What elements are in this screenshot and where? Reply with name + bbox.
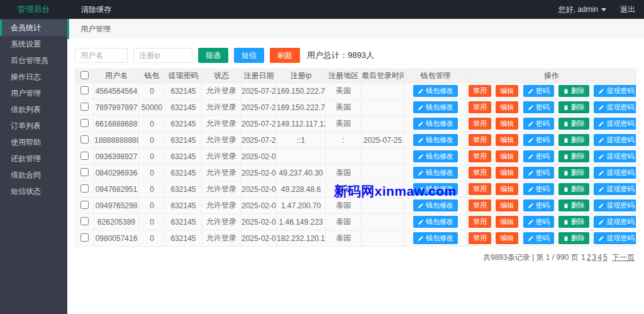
pencil-icon bbox=[598, 104, 604, 111]
password-button[interactable]: 密码 bbox=[523, 118, 554, 130]
password-button[interactable]: 密码 bbox=[523, 150, 554, 162]
password-button[interactable]: 密码 bbox=[523, 85, 554, 97]
pagination-page-link[interactable]: 5 bbox=[603, 253, 608, 262]
username-input[interactable] bbox=[75, 48, 128, 63]
disable-button[interactable]: 禁用 bbox=[469, 199, 491, 211]
edit-button[interactable]: 编辑 bbox=[496, 216, 518, 228]
sidebar-item-order-list[interactable]: 订单列表 bbox=[0, 118, 67, 134]
row-checkbox[interactable] bbox=[80, 184, 89, 193]
password-button[interactable]: 密码 bbox=[523, 167, 554, 179]
wallet-edit-button[interactable]: 钱包修改 bbox=[413, 167, 458, 179]
password-button[interactable]: 密码 bbox=[523, 134, 554, 146]
status-cell: 允许登录 bbox=[202, 99, 242, 116]
delete-button[interactable]: 删除 bbox=[558, 101, 589, 113]
edit-button[interactable]: 编辑 bbox=[496, 199, 518, 211]
wallet-edit-button[interactable]: 钱包修改 bbox=[413, 85, 458, 97]
delete-button[interactable]: 删除 bbox=[558, 183, 589, 195]
edit-button[interactable]: 编辑 bbox=[496, 101, 518, 113]
disable-button[interactable]: 禁用 bbox=[469, 134, 491, 146]
withdraw-password-button[interactable]: 提现密码 bbox=[594, 232, 636, 244]
disable-button[interactable]: 禁用 bbox=[469, 101, 491, 113]
delete-button[interactable]: 删除 bbox=[558, 199, 589, 211]
edit-button[interactable]: 编辑 bbox=[496, 232, 518, 244]
disable-button[interactable]: 禁用 bbox=[469, 232, 491, 244]
withdraw-password-button[interactable]: 提现密码 bbox=[594, 134, 636, 146]
wallet-edit-button[interactable]: 钱包修改 bbox=[413, 118, 458, 130]
row-checkbox[interactable] bbox=[80, 135, 89, 143]
disable-button[interactable]: 禁用 bbox=[469, 85, 491, 97]
sidebar-item-loan-contract[interactable]: 借款合同 bbox=[0, 167, 67, 183]
edit-button[interactable]: 编辑 bbox=[496, 167, 518, 179]
sidebar-item-repayment-management[interactable]: 还款管理 bbox=[0, 150, 67, 167]
edit-button[interactable]: 编辑 bbox=[496, 150, 518, 162]
disable-button[interactable]: 禁用 bbox=[469, 118, 491, 130]
password-button[interactable]: 密码 bbox=[523, 199, 554, 211]
wallet-edit-button[interactable]: 钱包修改 bbox=[413, 199, 458, 211]
select-all-checkbox[interactable] bbox=[80, 71, 89, 79]
edit-button[interactable]: 编辑 bbox=[496, 183, 518, 195]
pencil-icon bbox=[598, 235, 604, 242]
wallet-manage-cell: 钱包修改 bbox=[404, 165, 467, 181]
wallet-edit-button[interactable]: 钱包修改 bbox=[413, 216, 458, 228]
row-checkbox[interactable] bbox=[80, 168, 89, 176]
wallet-edit-button[interactable]: 钱包修改 bbox=[413, 232, 458, 244]
pagination-page-link[interactable]: 2 bbox=[587, 253, 591, 262]
sms-button[interactable]: 短信 bbox=[234, 48, 264, 63]
clear-cache-link[interactable]: 清除缓存 bbox=[81, 4, 111, 15]
refresh-button[interactable]: 刷新 bbox=[270, 48, 300, 63]
edit-button[interactable]: 编辑 bbox=[496, 118, 518, 130]
password-button[interactable]: 密码 bbox=[523, 232, 554, 244]
wallet-edit-button[interactable]: 钱包修改 bbox=[413, 183, 458, 195]
withdraw-password-button[interactable]: 提现密码 bbox=[594, 118, 636, 130]
sidebar-item-system-settings[interactable]: 系统设置 bbox=[0, 36, 67, 52]
edit-button[interactable]: 编辑 bbox=[496, 134, 518, 146]
sidebar-item-sms-status[interactable]: 短信状态 bbox=[0, 183, 67, 199]
register-ip-input[interactable] bbox=[133, 48, 192, 63]
row-checkbox[interactable] bbox=[80, 217, 89, 225]
disable-button[interactable]: 禁用 bbox=[469, 183, 491, 195]
withdraw-password-button[interactable]: 提现密码 bbox=[594, 216, 636, 228]
user-menu[interactable]: 您好, admin bbox=[558, 4, 606, 15]
pagination-next-link[interactable]: 下一页 bbox=[612, 253, 635, 262]
delete-button[interactable]: 删除 bbox=[558, 216, 589, 228]
sidebar-item-help[interactable]: 使用帮助 bbox=[0, 134, 67, 150]
wallet-edit-button[interactable]: 钱包修改 bbox=[413, 134, 458, 146]
pagination-page-link[interactable]: 3 bbox=[592, 253, 597, 262]
pagination-page-link[interactable]: 4 bbox=[597, 253, 602, 262]
password-button[interactable]: 密码 bbox=[523, 216, 554, 228]
delete-button[interactable]: 删除 bbox=[558, 118, 589, 130]
wallet-edit-button[interactable]: 钱包修改 bbox=[413, 150, 458, 162]
disable-button[interactable]: 禁用 bbox=[469, 150, 491, 162]
sidebar-item-user-management[interactable]: 用户管理 bbox=[0, 85, 67, 101]
row-checkbox[interactable] bbox=[80, 201, 89, 209]
disable-button[interactable]: 禁用 bbox=[469, 167, 491, 179]
withdraw-password-button[interactable]: 提现密码 bbox=[594, 183, 636, 195]
logout-link[interactable]: 退出 bbox=[620, 4, 635, 15]
withdraw-password-button[interactable]: 提现密码 bbox=[594, 199, 636, 211]
withdraw-password-button[interactable]: 提现密码 bbox=[594, 101, 636, 113]
password-button[interactable]: 密码 bbox=[523, 183, 554, 195]
sidebar-item-admin-managers[interactable]: 后台管理员 bbox=[0, 52, 67, 69]
edit-button[interactable]: 编辑 bbox=[496, 85, 518, 97]
delete-button[interactable]: 删除 bbox=[558, 167, 589, 179]
withdraw-password-button[interactable]: 提现密码 bbox=[594, 167, 636, 179]
withdraw-password-button[interactable]: 提现密码 bbox=[594, 150, 636, 162]
row-checkbox[interactable] bbox=[80, 233, 89, 242]
delete-button[interactable]: 删除 bbox=[558, 134, 589, 146]
sidebar-item-operation-logs[interactable]: 操作日志 bbox=[0, 69, 67, 85]
status-cell: 允许登录 bbox=[202, 181, 242, 198]
disable-button[interactable]: 禁用 bbox=[469, 216, 491, 228]
delete-button[interactable]: 删除 bbox=[558, 150, 589, 162]
delete-button[interactable]: 删除 bbox=[558, 85, 589, 97]
withdraw-password-button[interactable]: 提现密码 bbox=[594, 85, 636, 97]
password-button[interactable]: 密码 bbox=[523, 101, 554, 113]
delete-button[interactable]: 删除 bbox=[558, 232, 589, 244]
row-checkbox[interactable] bbox=[80, 119, 89, 127]
sidebar-item-member-stats[interactable]: 会员统计 bbox=[0, 20, 67, 36]
sidebar-item-loan-list[interactable]: 借款列表 bbox=[0, 101, 67, 118]
filter-button[interactable]: 筛选 bbox=[198, 48, 228, 63]
row-checkbox[interactable] bbox=[80, 103, 89, 111]
row-checkbox[interactable] bbox=[80, 86, 89, 94]
wallet-edit-button[interactable]: 钱包修改 bbox=[413, 101, 458, 113]
row-checkbox[interactable] bbox=[80, 152, 89, 160]
